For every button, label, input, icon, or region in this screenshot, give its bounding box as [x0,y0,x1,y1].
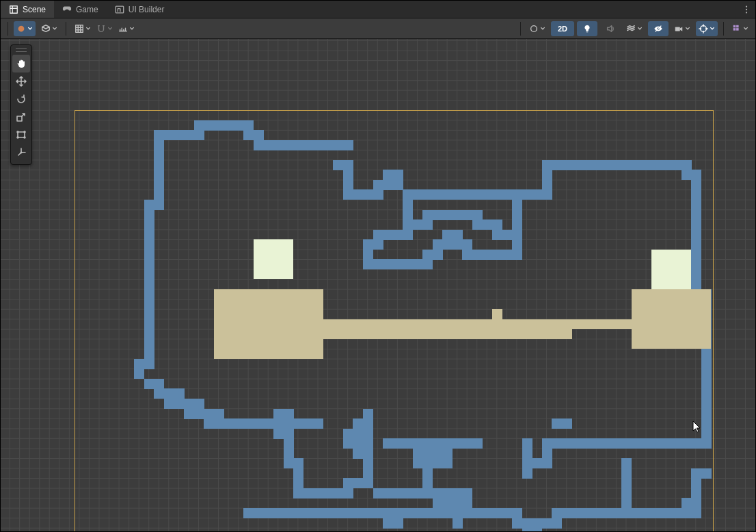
uibuilder-icon [115,5,124,14]
move-tool-button[interactable] [12,72,30,90]
tab-menu-button[interactable] [738,1,755,18]
tab-uibuilder[interactable]: UI Builder [107,1,173,18]
gizmos-button[interactable] [696,21,718,36]
svg-point-2 [746,5,747,7]
scene-icon [9,5,18,14]
svg-rect-12 [736,28,739,31]
draw-mode-button[interactable] [38,21,60,36]
scene-viewport[interactable] [1,39,755,531]
editor-window: Scene Game UI Builder [0,0,756,532]
grid-visibility-button[interactable] [72,21,94,36]
tab-uibuilder-label: UI Builder [129,5,165,14]
viewport-grid [1,39,755,531]
shading-mode-button[interactable] [14,21,36,36]
render-mode-group [14,21,36,36]
divider [520,22,521,36]
gamepad-icon [62,3,72,15]
svg-rect-0 [10,5,18,13]
svg-point-4 [746,12,747,13]
tab-bar: Scene Game UI Builder [1,1,755,18]
svg-rect-11 [733,28,736,31]
rotate-tool-button[interactable] [12,90,30,108]
svg-rect-14 [18,132,25,137]
tool-strip-grip[interactable] [16,48,27,52]
svg-rect-13 [17,116,22,121]
mouse-cursor-icon [692,421,702,434]
svg-point-6 [531,25,537,31]
rect-tool-button[interactable] [12,126,30,144]
svg-point-16 [24,131,25,133]
tab-game-label: Game [76,5,98,14]
toggle-2d-button[interactable]: 2D [551,21,574,36]
camera-button[interactable] [671,21,693,36]
svg-point-19 [21,152,23,154]
divider [8,22,8,36]
scene-toolbar: 2D [1,18,755,39]
debug-draw-button[interactable] [526,21,548,36]
svg-point-17 [17,137,18,138]
toggle-2d-label: 2D [558,25,567,33]
svg-point-5 [18,25,25,31]
divider [66,22,66,36]
grid-group [72,21,137,36]
transform-tool-strip[interactable] [10,44,32,165]
draw-mode-group [38,21,60,36]
snap-increment-button[interactable] [116,21,137,36]
tab-scene[interactable]: Scene [1,1,54,18]
camera-bounds [75,110,714,531]
fx-button[interactable] [623,21,645,36]
hand-tool-button[interactable] [12,55,30,72]
tab-scene-label: Scene [23,5,46,14]
svg-rect-1 [116,6,123,13]
svg-rect-10 [736,25,739,27]
snap-button[interactable] [94,21,116,36]
svg-rect-9 [733,25,736,27]
svg-point-3 [746,8,747,10]
tab-spacer [172,1,738,18]
layout-button[interactable] [729,21,751,36]
hidden-objects-button[interactable] [648,21,669,36]
audio-button[interactable] [600,21,621,36]
divider [723,22,724,36]
svg-point-15 [17,131,18,133]
svg-point-18 [24,137,25,138]
svg-rect-7 [675,27,680,31]
lighting-button[interactable] [577,21,597,36]
tab-game[interactable]: Game [54,1,107,18]
scale-tool-button[interactable] [12,108,30,126]
transform-tool-button[interactable] [12,144,30,161]
